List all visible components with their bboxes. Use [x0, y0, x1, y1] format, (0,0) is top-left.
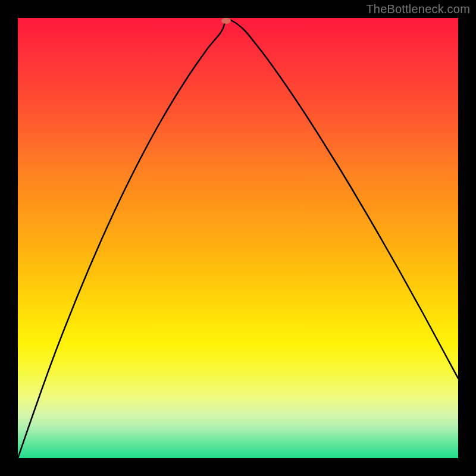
plot-area [18, 18, 458, 458]
optimum-marker [221, 18, 231, 24]
bottleneck-curve [18, 20, 458, 458]
curve-svg [18, 18, 458, 458]
chart-frame: TheBottleneck.com [0, 0, 476, 476]
watermark-text: TheBottleneck.com [366, 2, 470, 16]
